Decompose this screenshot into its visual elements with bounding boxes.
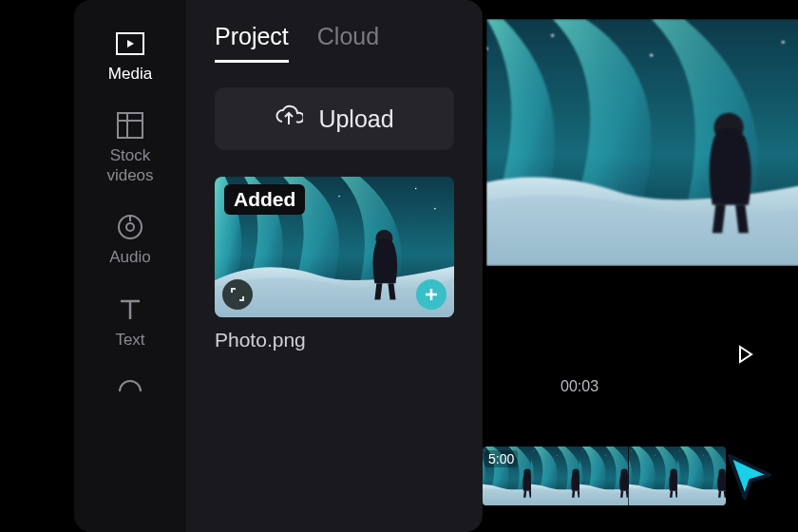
added-badge: Added: [224, 184, 305, 215]
sidebar-item-stock-videos[interactable]: Stock videos: [106, 110, 153, 185]
audio-icon: [115, 212, 145, 242]
play-icon[interactable]: [737, 345, 754, 368]
tab-cloud[interactable]: Cloud: [317, 23, 379, 63]
svg-point-12: [126, 223, 134, 231]
sidebar-item-label: Stock videos: [106, 146, 153, 185]
globe-icon: [115, 376, 145, 407]
sidebar-item-label: Audio: [109, 248, 150, 267]
svg-rect-8: [118, 113, 142, 138]
sidebar: Media Stock videos Audio Text: [74, 0, 186, 532]
edge-dither: [0, 0, 86, 532]
media-filename: Photo.png: [215, 329, 454, 352]
sidebar-item-media[interactable]: Media: [108, 28, 152, 84]
sidebar-item-label: Text: [115, 331, 144, 350]
sidebar-item-label: Media: [108, 65, 152, 84]
text-icon: [115, 294, 145, 325]
timeline-ruler: 00:03: [560, 378, 598, 395]
cursor-icon: [724, 450, 777, 507]
clip-duration: 5:00: [484, 450, 518, 467]
media-icon: [115, 28, 145, 59]
panel-tabs: Project Cloud: [215, 23, 454, 63]
expand-button[interactable]: [222, 279, 253, 310]
timeline-clip[interactable]: [483, 446, 726, 505]
cloud-upload-icon: [275, 104, 303, 134]
upload-label: Upload: [318, 105, 393, 133]
tab-project[interactable]: Project: [215, 23, 289, 63]
editor-panel: Media Stock videos Audio Text: [74, 0, 483, 532]
media-thumbnail: Added: [215, 177, 454, 317]
stock-videos-icon: [115, 110, 145, 141]
upload-button[interactable]: Upload: [215, 87, 454, 150]
sidebar-item-audio[interactable]: Audio: [109, 212, 150, 267]
media-item[interactable]: Added Photo.png: [215, 177, 454, 352]
media-panel: Project Cloud Upload Added Photo.png: [186, 0, 483, 532]
sidebar-item-more[interactable]: [115, 376, 145, 407]
timecode: 00:03: [560, 378, 598, 395]
preview-canvas: [486, 19, 798, 266]
add-to-timeline-button[interactable]: [416, 279, 446, 310]
sidebar-item-text[interactable]: Text: [115, 294, 145, 350]
